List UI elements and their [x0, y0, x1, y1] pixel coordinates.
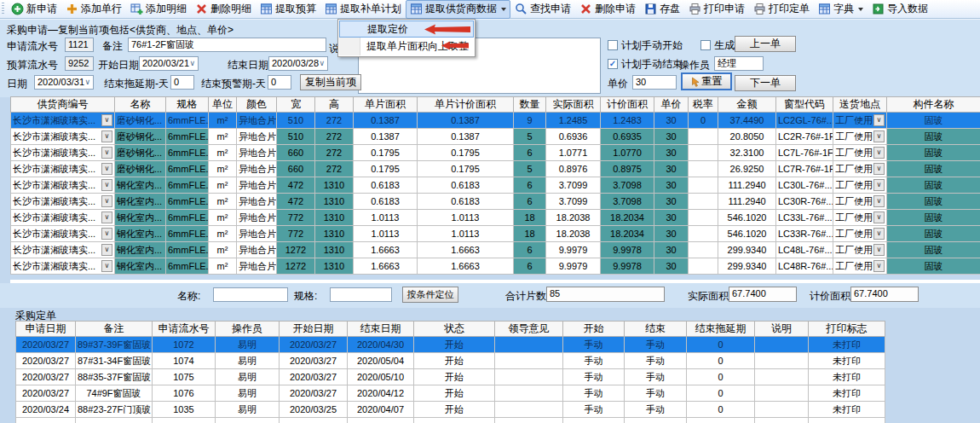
table-cell[interactable]: 30 [654, 258, 689, 275]
locate-by-condition-button[interactable]: 按条件定位 [402, 287, 458, 303]
table-cell[interactable]: 固玻 [887, 194, 980, 210]
table-cell[interactable]: 1.6663 [418, 258, 514, 275]
table-cell[interactable]: 固玻 [887, 226, 980, 242]
table-cell[interactable]: 18 [514, 226, 546, 242]
table-cell[interactable]: 6 [514, 145, 546, 161]
table-cell[interactable]: 钢化室内... [115, 194, 166, 210]
filter-name-input[interactable] [213, 287, 288, 302]
table-cell[interactable]: 长沙市潇湘玻璃实...∨ [11, 129, 115, 145]
table-cell[interactable]: 6mmFLE... [166, 258, 209, 275]
table-cell[interactable]: 0.8976 [546, 161, 601, 177]
table-cell[interactable]: 9.9978 [601, 258, 654, 275]
table-cell[interactable]: 5 [514, 129, 546, 145]
table-cell[interactable]: 0 [689, 113, 718, 129]
table-cell[interactable]: 工厂使用∨ [833, 210, 887, 226]
table-cell[interactable]: 固玻 [887, 210, 980, 226]
table-cell[interactable]: 2020/03/27 [16, 353, 76, 369]
table-cell[interactable]: 2020/03/24 [16, 402, 76, 418]
table-cell[interactable]: 2020/03/27 [16, 385, 76, 402]
table-cell[interactable]: 手动 [625, 402, 687, 418]
table-cell[interactable]: LC30L-76#... [776, 177, 833, 194]
table-row[interactable]: 长沙市潇湘玻璃实...∨钢化室内...6mmFLE...m²异地合片127213… [11, 242, 980, 258]
table-cell[interactable]: 1076 [153, 385, 216, 402]
start-date-combo[interactable]: 2020/03/21∨ [139, 56, 199, 71]
table-cell[interactable] [689, 129, 718, 145]
table-cell[interactable]: 磨砂钢化... [115, 145, 166, 161]
table-cell[interactable]: m² [209, 129, 237, 145]
table-cell[interactable]: LC2GL-76#... [776, 113, 833, 129]
menu-item-1[interactable]: 提取定价 [339, 20, 474, 38]
table-cell[interactable]: 1.0113 [418, 226, 514, 242]
table-row[interactable]: 长沙市潇湘玻璃实...∨钢化室内...6mmFLE...m²异地合片772131… [11, 210, 980, 226]
toolbar-button-delete-detail[interactable]: 删除明细 [191, 0, 256, 19]
cell-dropdown-caret-icon[interactable]: ∨ [101, 179, 112, 191]
table-cell[interactable]: 6 [514, 194, 546, 210]
cell-dropdown-caret-icon[interactable]: ∨ [873, 179, 885, 191]
table-cell[interactable]: 772 [277, 226, 315, 242]
table-cell[interactable]: 18.2034 [601, 210, 654, 226]
cell-dropdown-caret-icon[interactable]: ∨ [873, 244, 885, 256]
table-cell[interactable]: 钢化室内... [115, 258, 166, 275]
cell-dropdown-caret-icon[interactable]: ∨ [101, 130, 112, 142]
table-cell[interactable]: 0 [687, 337, 755, 353]
table-cell[interactable]: 6mmFLE... [166, 145, 209, 161]
table-cell[interactable] [689, 145, 718, 161]
table-cell[interactable]: 0.6936 [546, 129, 601, 145]
table-cell[interactable]: 未打印 [809, 353, 885, 369]
manual-end-checkbox[interactable]: ✓ 计划手动结束 [608, 58, 683, 70]
table-cell[interactable]: 开始 [414, 385, 495, 402]
toolbar-button-dictionary[interactable]: 字典 [814, 0, 868, 19]
table-cell[interactable]: 1310 [315, 242, 354, 258]
table-cell[interactable]: LC48R-76#... [776, 258, 833, 275]
table-cell[interactable]: m² [209, 145, 237, 161]
table-cell[interactable]: 26.9250 [718, 161, 776, 177]
table-cell[interactable]: 手动 [625, 385, 687, 402]
table-cell[interactable]: 固玻 [887, 145, 980, 161]
table-cell[interactable]: 长沙市潇湘玻璃实...∨ [11, 145, 115, 161]
table-cell[interactable]: m² [209, 113, 237, 129]
table-cell[interactable] [755, 337, 809, 353]
toolbar-button-extract-budget[interactable]: 提取预算 [256, 0, 320, 19]
table-cell[interactable]: 固玻 [887, 177, 980, 194]
cell-dropdown-caret-icon[interactable]: ∨ [101, 228, 112, 240]
table-cell[interactable]: 手动 [563, 369, 625, 385]
table-cell[interactable]: 2020/03/27 [280, 353, 348, 369]
table-cell[interactable]: m² [209, 177, 237, 194]
table-cell[interactable] [495, 402, 563, 418]
table-cell[interactable]: 6 [514, 177, 546, 194]
table-cell[interactable]: 9 [514, 113, 546, 129]
table-cell[interactable]: 0.6183 [354, 194, 418, 210]
table-cell[interactable]: 1310 [315, 177, 354, 194]
table-cell[interactable]: 6mmFLE... [166, 113, 209, 129]
table-cell[interactable]: LC7R-76#-1FO [776, 161, 833, 177]
table-cell[interactable] [755, 402, 809, 418]
table-cell[interactable]: 272 [315, 161, 354, 177]
table-cell[interactable] [689, 242, 718, 258]
table-cell[interactable]: 9.9979 [546, 258, 601, 275]
table-cell[interactable]: 1.6663 [418, 242, 514, 258]
table-cell[interactable]: 固玻 [887, 113, 980, 129]
table-cell[interactable] [495, 353, 563, 369]
table-row[interactable]: 长沙市潇湘玻璃实...∨磨砂钢化...6mmFLE...m²异地合片660272… [11, 161, 980, 177]
table-cell[interactable]: 0.1795 [418, 145, 514, 161]
table-cell[interactable]: LC48L-76#... [776, 242, 833, 258]
table-cell[interactable]: 0.1795 [354, 161, 418, 177]
table-cell[interactable]: 工厂使用∨ [833, 129, 887, 145]
table-cell[interactable]: 0.1795 [418, 161, 514, 177]
toolbar-button-search[interactable]: 查找申请 [510, 0, 575, 19]
table-row[interactable]: 长沙市潇湘玻璃实...∨钢化室内...6mmFLE...m²异地合片472131… [11, 194, 980, 210]
table-cell[interactable]: 长沙市潇湘玻璃实...∨ [11, 177, 115, 194]
table-cell[interactable]: 手动 [563, 385, 625, 402]
table-cell[interactable]: 32.3100 [718, 145, 776, 161]
table-cell[interactable]: 异地合片 [237, 113, 277, 129]
table-cell[interactable]: m² [209, 210, 237, 226]
table-cell[interactable]: 30 [654, 210, 689, 226]
table-cell[interactable]: 3.7099 [546, 177, 601, 194]
table-row[interactable]: 长沙市潇湘玻璃实...∨磨砂钢化...6mmFLE...m²异地合片510272… [11, 113, 980, 129]
apply-no-field[interactable]: 1121 [65, 38, 94, 52]
table-cell[interactable]: 6mmFLE... [166, 161, 209, 177]
table-cell[interactable]: 1072 [153, 337, 216, 353]
table-cell[interactable]: 2020/05/04 [348, 353, 414, 369]
table-row[interactable]: 2020/03/2488#23-27F门顶玻1035易明2020/03/2520… [16, 402, 885, 418]
table-cell[interactable]: 546.1020 [718, 210, 776, 226]
